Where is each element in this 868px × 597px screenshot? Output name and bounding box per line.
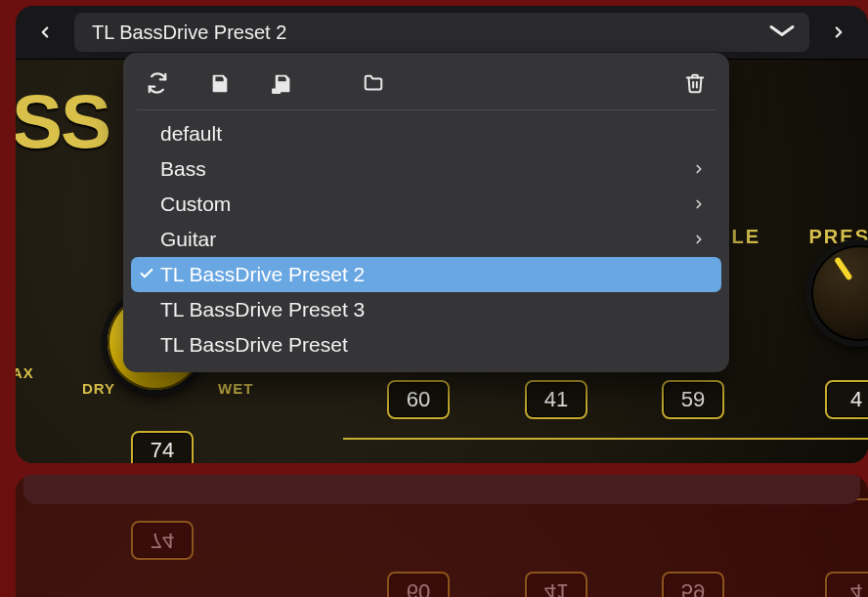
preset-list: default Bass Custom Guitar TL BassDrive …: [131, 110, 721, 362]
submenu-indicator: [692, 157, 706, 181]
chevron-right-icon: [692, 162, 706, 176]
mix-value[interactable]: 74: [131, 431, 194, 463]
check-icon: [139, 263, 154, 286]
refresh-icon: [147, 72, 168, 94]
knob-indicator: [834, 256, 853, 280]
preset-folder-guitar[interactable]: Guitar: [131, 222, 721, 257]
submenu-indicator: [692, 192, 706, 216]
preset-name-display[interactable]: TL BassDrive Preset 2: [74, 13, 809, 52]
param-3-value[interactable]: 59: [662, 380, 724, 419]
treble-label: LE: [731, 226, 760, 248]
preset-dropdown-menu: default Bass Custom Guitar TL BassDrive …: [123, 53, 729, 372]
submenu-indicator: [692, 228, 706, 251]
mix-value-reflection: 74: [131, 521, 194, 560]
p1-value-reflection: 60: [387, 572, 450, 597]
p2-value-reflection: 41: [525, 572, 587, 597]
preset-item-tl-bassdrive-2[interactable]: TL BassDrive Preset 2: [131, 257, 721, 292]
param-2-value[interactable]: 41: [525, 380, 587, 419]
refresh-button[interactable]: [147, 72, 168, 94]
wet-label: WET: [218, 380, 253, 397]
p3-value-reflection: 59: [662, 572, 724, 597]
next-preset-button[interactable]: [809, 6, 868, 59]
presence-knob[interactable]: [811, 245, 868, 341]
menu-item-label: Guitar: [160, 228, 216, 251]
preset-folder-bass[interactable]: Bass: [131, 151, 721, 187]
chevron-down-wide-icon: [768, 23, 796, 39]
delete-button[interactable]: [684, 72, 706, 94]
svg-rect-0: [272, 89, 281, 95]
chevron-right-icon: [692, 197, 706, 211]
preset-dropdown-toggle[interactable]: [768, 21, 796, 44]
menu-item-label: default: [160, 122, 222, 146]
dry-label: DRY: [82, 380, 115, 397]
ax-label: AX: [16, 364, 34, 381]
p4-value-reflection: 4: [825, 572, 868, 597]
save-as-button[interactable]: [272, 72, 295, 94]
menu-item-label: TL BassDrive Preset 3: [160, 298, 365, 321]
preset-nav-bar: TL BassDrive Preset 2: [16, 6, 868, 59]
folder-icon: [362, 72, 385, 94]
save-as-icon: [272, 72, 295, 94]
divider: [343, 438, 868, 440]
param-1-value[interactable]: 60: [387, 380, 450, 419]
preset-item-tl-bassdrive-3[interactable]: TL BassDrive Preset 3: [131, 292, 721, 327]
chevron-left-icon: [36, 23, 54, 41]
param-4-value[interactable]: 4: [825, 380, 868, 419]
preset-name-text: TL BassDrive Preset 2: [92, 21, 286, 44]
reflection: 74 60 41 59 4 DRY WET TL BassDrive Prese…: [16, 475, 868, 597]
preset-item-tl-bassdrive[interactable]: TL BassDrive Preset: [131, 327, 721, 362]
open-folder-button[interactable]: [362, 72, 385, 94]
save-icon: [209, 72, 231, 94]
menu-item-label: TL BassDrive Preset: [160, 333, 348, 357]
menu-item-label: Bass: [160, 157, 206, 181]
dropdown-toolbar: [137, 64, 716, 110]
preset-item-default[interactable]: default: [131, 116, 721, 151]
preset-folder-custom[interactable]: Custom: [131, 187, 721, 222]
menu-item-label: TL BassDrive Preset 2: [160, 263, 365, 286]
chevron-right-icon: [830, 23, 847, 41]
save-button[interactable]: [209, 72, 231, 94]
chevron-right-icon: [692, 233, 706, 246]
menu-item-label: Custom: [160, 192, 231, 216]
prev-preset-button[interactable]: [16, 6, 74, 59]
trash-icon: [684, 72, 706, 94]
